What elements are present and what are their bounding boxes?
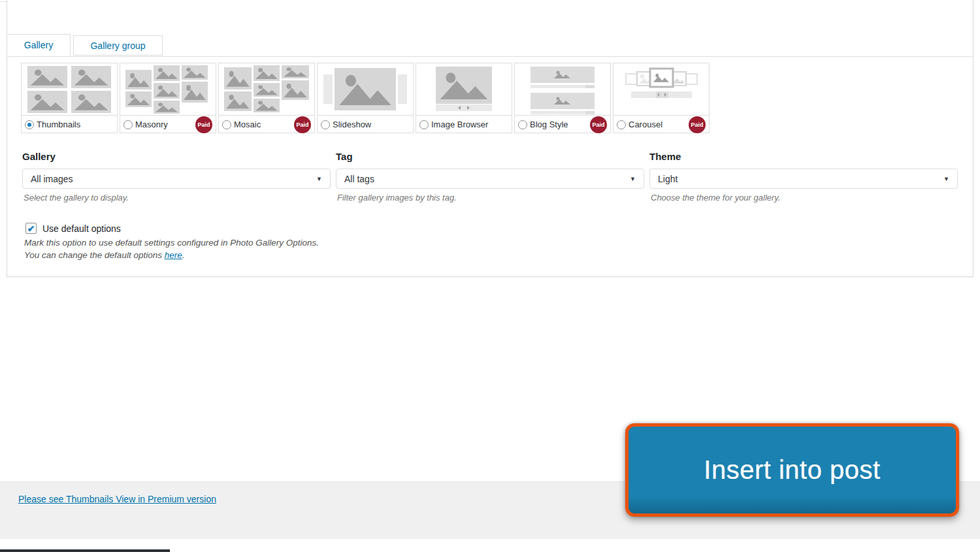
radio-masonry[interactable] bbox=[123, 120, 133, 129]
use-default-options-checkbox[interactable]: ✔ bbox=[25, 223, 37, 234]
theme-select[interactable]: Light ▼ bbox=[649, 169, 958, 189]
gallery-field-caption: Select the gallery to display. bbox=[24, 193, 129, 203]
card-label: Thumbnails bbox=[37, 120, 80, 129]
use-default-options-label: Use default options bbox=[42, 223, 121, 234]
gallery-select[interactable]: All images ▼ bbox=[22, 169, 331, 189]
radio-slideshow[interactable] bbox=[321, 120, 330, 129]
tab-gallery[interactable]: Gallery bbox=[7, 34, 71, 56]
type-card-image-browser[interactable]: Image Browser bbox=[416, 63, 512, 133]
tab-bar: Gallery Gallery group bbox=[7, 34, 973, 57]
insert-gallery-dialog: ✕ Gallery Gallery group Thumbnails bbox=[0, 0, 980, 552]
tag-select[interactable]: All tags ▼ bbox=[336, 169, 644, 189]
paid-badge: Paid bbox=[294, 116, 311, 133]
tag-field-label: Tag bbox=[336, 151, 353, 162]
radio-thumbnails[interactable] bbox=[25, 120, 34, 129]
use-default-options-row: ✔ Use default options bbox=[25, 223, 121, 234]
card-label: Slideshow bbox=[333, 120, 371, 129]
tag-select-value: All tags bbox=[344, 174, 374, 184]
type-card-blog-style[interactable]: Blog Style Paid bbox=[514, 63, 611, 133]
card-label: Carousel bbox=[629, 120, 662, 129]
gallery-select-value: All images bbox=[31, 174, 73, 184]
blog-style-preview-icon bbox=[515, 63, 610, 115]
slideshow-preview-icon bbox=[318, 63, 413, 115]
default-options-note-1: Mark this option to use default settings… bbox=[24, 238, 319, 248]
chevron-down-icon: ▼ bbox=[943, 176, 949, 182]
radio-image-browser[interactable] bbox=[419, 120, 429, 129]
type-card-carousel[interactable]: Carousel Paid bbox=[613, 63, 710, 133]
insert-into-post-label: Insert into post bbox=[704, 455, 880, 485]
default-options-note-2: You can change the default options here. bbox=[24, 250, 184, 260]
change-default-options-link[interactable]: here bbox=[165, 250, 182, 260]
radio-blog-style[interactable] bbox=[518, 120, 527, 129]
theme-field-label: Theme bbox=[649, 151, 681, 162]
card-label: Image Browser bbox=[431, 120, 488, 129]
type-card-masonry[interactable]: Masonry Paid bbox=[120, 63, 216, 133]
card-label: Mosaic bbox=[234, 120, 261, 129]
type-card-mosaic[interactable]: Mosaic Paid bbox=[218, 63, 315, 133]
note-2-prefix: You can change the default options bbox=[24, 250, 165, 260]
image-browser-preview-icon bbox=[416, 63, 512, 115]
note-2-suffix: . bbox=[182, 250, 185, 260]
card-label: Blog Style bbox=[530, 120, 568, 129]
card-label: Masonry bbox=[135, 120, 168, 129]
thumbnails-preview-icon bbox=[22, 63, 117, 115]
theme-field-caption: Choose the theme for your gallery. bbox=[651, 193, 780, 203]
premium-version-link[interactable]: Please see Thumbnails View in Premium ve… bbox=[18, 494, 216, 504]
radio-mosaic[interactable] bbox=[222, 120, 231, 129]
theme-select-value: Light bbox=[658, 174, 678, 184]
type-card-slideshow[interactable]: Slideshow bbox=[317, 63, 414, 133]
radio-carousel[interactable] bbox=[617, 120, 626, 129]
gallery-field-label: Gallery bbox=[22, 151, 56, 162]
mosaic-preview-icon bbox=[219, 63, 314, 115]
window-artifact-bottom-bar bbox=[0, 549, 170, 552]
chevron-down-icon: ▼ bbox=[630, 176, 636, 182]
insert-into-post-button[interactable]: Insert into post bbox=[625, 423, 959, 517]
tab-gallery-group[interactable]: Gallery group bbox=[73, 35, 163, 56]
gallery-type-cards: Thumbnails Maso bbox=[21, 63, 710, 133]
carousel-preview-icon bbox=[613, 63, 709, 115]
masonry-preview-icon bbox=[120, 63, 216, 115]
paid-badge: Paid bbox=[590, 116, 607, 133]
type-card-thumbnails[interactable]: Thumbnails bbox=[21, 63, 118, 133]
paid-badge: Paid bbox=[689, 116, 706, 133]
chevron-down-icon: ▼ bbox=[316, 176, 322, 182]
tag-field-caption: Filter gallery images by this tag. bbox=[337, 193, 457, 203]
dialog-panel: Gallery Gallery group Thumbnails bbox=[7, 0, 973, 277]
paid-badge: Paid bbox=[195, 116, 212, 133]
